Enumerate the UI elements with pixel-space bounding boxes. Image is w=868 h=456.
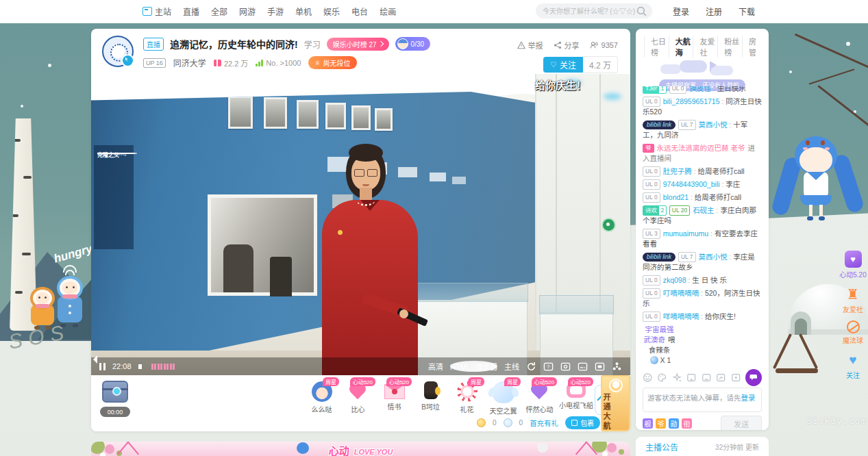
danmaku-help-icon[interactable]: ? <box>543 362 554 372</box>
quick-link[interactable]: 友爱社 <box>843 286 863 314</box>
refresh-icon[interactable] <box>526 362 536 372</box>
medal-filter-badge[interactable]: 衔 <box>682 418 692 429</box>
gift-item[interactable]: 心动520 怦然心动 <box>523 379 556 416</box>
event-banner[interactable]: 心动 LOVE YOU <box>91 442 630 456</box>
volume-meter[interactable] <box>151 364 175 370</box>
streamer-name[interactable]: 同济大学 <box>173 57 206 68</box>
gift-item-name: B坷垃 <box>414 401 447 411</box>
nav-link[interactable]: 登录 <box>673 5 689 17</box>
treasure-chest-icon[interactable] <box>102 381 128 403</box>
danmaku-input[interactable]: 游客状态无法输入弹幕，请先登录 <box>643 388 762 412</box>
chat-username[interactable]: mumuaimumu <box>663 229 715 238</box>
chat-username[interactable]: 莫西小悦 <box>699 121 734 129</box>
gift-item[interactable]: 周星 礼花 <box>450 379 484 416</box>
video-area[interactable]: 克隆之父 Father of Cloning <box>91 74 630 375</box>
gift-item[interactable]: 心动520 小电视飞船 <box>559 379 593 416</box>
chat-text: 生日快乐 <box>717 86 746 92</box>
panel-icon-3[interactable] <box>716 372 726 383</box>
gift-activity-badge: 心动520 <box>532 377 557 386</box>
magic-icon[interactable] <box>672 372 682 383</box>
line-button[interactable]: 主线 <box>504 361 519 372</box>
chat-username[interactable]: bili_28959651715 <box>663 97 726 105</box>
nav-item[interactable]: 绘画 <box>380 5 396 17</box>
medal-filter-badge[interactable]: 爷 <box>656 418 666 429</box>
report-button[interactable]: 举报 <box>517 40 543 51</box>
streamer-avatar[interactable] <box>102 36 134 67</box>
category-link[interactable]: 学习 <box>304 38 321 50</box>
chat-username[interactable]: 石砚主 <box>693 206 720 214</box>
panel-icon-2[interactable] <box>702 372 711 383</box>
banner-character <box>537 442 548 453</box>
ribbon-decoration <box>117 442 129 455</box>
chat-username[interactable]: 永远无法逃离的迈巴赫 老爷 <box>657 144 745 152</box>
subtitle-icon[interactable] <box>578 362 588 372</box>
nav-item[interactable]: 电台 <box>351 5 368 17</box>
nav-item[interactable]: 单机 <box>295 5 312 17</box>
chat-username[interactable]: 莫西小悦 <box>699 253 734 261</box>
nav-link[interactable]: 下载 <box>739 5 755 17</box>
nav-link[interactable]: 注册 <box>706 5 722 17</box>
nav-item[interactable]: 直播 <box>183 5 199 17</box>
sidebar-tab[interactable]: 友爱社 <box>693 36 717 58</box>
quality-button[interactable]: 高清 <box>428 361 443 372</box>
gift-item[interactable]: 心动520 比心 <box>341 379 375 416</box>
danmaku-settings-icon[interactable] <box>560 362 571 372</box>
banner-title: 心动 <box>329 443 349 456</box>
hour-rank-pill[interactable]: 娱乐小时榜 27 <box>327 38 389 51</box>
panel-icon-4[interactable] <box>731 372 741 383</box>
nav-item[interactable]: 手游 <box>267 5 284 17</box>
gift-item[interactable]: 周星 天空之翼 <box>486 379 520 416</box>
share-button[interactable]: 分享 <box>554 40 580 51</box>
package-button[interactable]: 包裹 <box>565 416 600 429</box>
chat-username[interactable]: 叮嘀嘀嘀嘀 <box>663 289 705 297</box>
chat-username[interactable]: 换皮怪 <box>689 86 717 92</box>
chat-username[interactable]: 97448443900_bili <box>663 180 726 188</box>
medal-filter-badge[interactable]: 舰 <box>643 418 653 429</box>
sidebar-tab[interactable]: 房管 <box>742 36 760 58</box>
chat-username[interactable]: 肚兜子腾 <box>663 167 698 175</box>
guard-progress-pill[interactable]: 0/30 <box>395 37 430 51</box>
chat-message: UL 0肚兜子腾给周老师打call <box>643 166 762 177</box>
search-icon[interactable] <box>636 6 647 16</box>
chat-username[interactable]: 咩嘀嘀嘀嘀 <box>663 312 705 320</box>
chat-username[interactable]: zkq098 <box>663 276 693 284</box>
volume-icon[interactable] <box>138 364 142 369</box>
first-charge-link[interactable]: 首充有礼 <box>530 418 558 428</box>
medal-filter-badge[interactable]: 勋 <box>669 418 679 429</box>
fullscreen-icon[interactable] <box>612 362 622 372</box>
sidebar-tab[interactable]: 粉丝榜 <box>717 36 742 58</box>
search-box[interactable] <box>536 3 652 18</box>
silver-coin-icon <box>504 418 512 427</box>
gift-item[interactable]: 心动520 情书 <box>377 379 411 416</box>
sidebar-tab[interactable]: 大航海 <box>669 36 693 58</box>
gift-item[interactable]: B坷垃 <box>414 379 447 416</box>
chat-username[interactable]: blond21 <box>663 193 695 201</box>
player-engine-button[interactable]: HTML5播放器 <box>450 361 497 372</box>
search-input[interactable] <box>541 7 636 16</box>
follow-button[interactable]: 关注 <box>543 57 583 73</box>
quick-link[interactable]: 心动5.20 <box>839 251 866 279</box>
open-guard-banner[interactable]: 开通大航海 <box>601 375 630 431</box>
presenter-mouth <box>362 184 369 186</box>
web-fullscreen-icon[interactable] <box>595 362 605 372</box>
chat-bubble-button[interactable] <box>745 369 762 386</box>
gift-item[interactable]: 周星 么么哒 <box>305 379 338 416</box>
send-button[interactable]: 发送 <box>721 416 762 430</box>
nav-item[interactable]: 主站 <box>142 5 171 17</box>
exhibit-plaque <box>430 173 446 181</box>
nav-item[interactable]: 娱乐 <box>323 5 340 17</box>
rank-stat[interactable]: No. >1000 <box>256 59 301 67</box>
nav-item[interactable]: 全部 <box>211 5 227 17</box>
panel-icon-1[interactable] <box>686 372 696 383</box>
quick-link[interactable]: 关注 <box>845 351 862 380</box>
nav-item[interactable]: 网游 <box>239 5 256 17</box>
login-link[interactable]: 登录 <box>741 394 756 402</box>
paint-icon[interactable] <box>657 372 667 383</box>
emote-icon[interactable] <box>643 372 652 383</box>
pause-button[interactable] <box>99 363 106 370</box>
message-badges: UL 0 <box>643 167 663 175</box>
sidebar-tab[interactable]: 七日榜 <box>644 36 669 58</box>
quick-link[interactable]: 魔法球 <box>843 320 863 345</box>
nav-item-label: 网游 <box>239 5 256 17</box>
user-badge: UL 0 <box>643 288 660 299</box>
